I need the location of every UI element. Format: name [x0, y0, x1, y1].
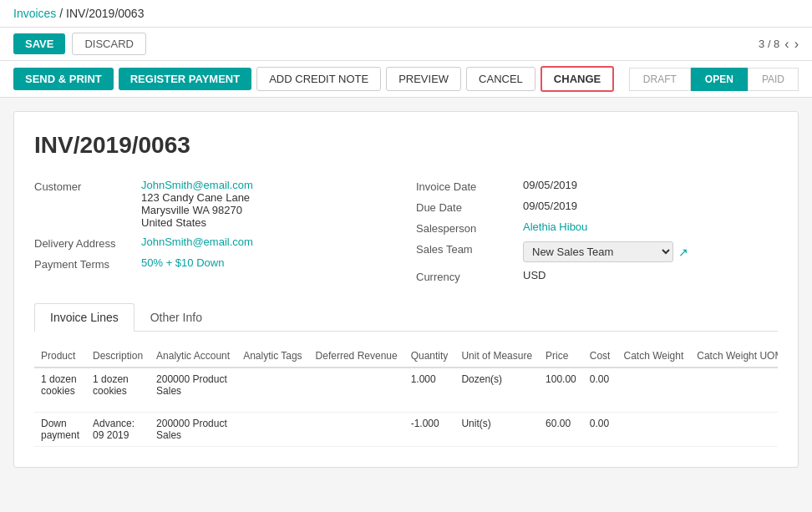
customer-address1: 123 Candy Cane Lane	[141, 191, 253, 204]
sales-team-select[interactable]: New Sales Team	[523, 241, 673, 262]
salesperson-field: Salesperson Alethia Hibou	[416, 221, 778, 235]
sales-team-row: New Sales Team ↗	[523, 241, 688, 262]
currency-label: Currency	[416, 269, 516, 283]
table-row: Down paymentAdvance: 09 2019200000 Produ…	[34, 413, 778, 447]
breadcrumb: Invoices / INV/2019/0063	[13, 7, 144, 20]
salesperson-link[interactable]: Alethia Hibou	[523, 221, 587, 233]
invoice-date-value: 09/05/2019	[523, 179, 577, 191]
table-row: 1 dozen cookies1 dozen cookies200000 Pro…	[34, 368, 778, 413]
status-draft: DRAFT	[629, 68, 691, 91]
change-button[interactable]: CHANGE	[540, 66, 614, 92]
send-print-button[interactable]: SEND & PRINT	[13, 68, 114, 90]
table-cell: 1.000	[404, 368, 455, 413]
table-cell: 60.00	[539, 413, 583, 447]
table-cell	[690, 413, 778, 447]
currency-field: Currency USD	[416, 269, 778, 283]
status-bar: DRAFT OPEN PAID	[629, 68, 799, 91]
table-cell	[236, 368, 308, 413]
next-button[interactable]: ›	[794, 37, 799, 52]
table-cell: 1 dozen cookies	[86, 368, 150, 413]
pagination: 3 / 8 ‹ ›	[759, 37, 799, 52]
th-catch-weight: Catch Weight	[617, 345, 690, 368]
table-cell: -1.000	[404, 413, 455, 447]
invoice-lines-table-container: Product Description Analytic Account Ana…	[34, 345, 778, 447]
register-payment-button[interactable]: REGISTER PAYMENT	[119, 68, 251, 90]
th-deferred-revenue: Deferred Revenue	[309, 345, 404, 368]
payment-terms-link[interactable]: 50% + $10 Down	[141, 256, 224, 269]
th-analytic-account: Analytic Account	[150, 345, 236, 368]
th-unit-of-measure: Unit of Measure	[454, 345, 539, 368]
table-cell: Dozen(s)	[454, 368, 539, 413]
th-analytic-tags: Analytic Tags	[236, 345, 308, 368]
table-cell: 0.00	[583, 413, 617, 447]
table-header-row: Product Description Analytic Account Ana…	[34, 345, 778, 368]
preview-button[interactable]: PREVIEW	[386, 67, 461, 91]
invoice-lines-table: Product Description Analytic Account Ana…	[34, 345, 778, 447]
tab-invoice-lines[interactable]: Invoice Lines	[34, 303, 134, 332]
tabs: Invoice Lines Other Info	[34, 303, 778, 332]
table-cell	[309, 368, 404, 413]
th-quantity: Quantity	[404, 345, 455, 368]
table-cell: 0.00	[583, 368, 617, 413]
pagination-text: 3 / 8	[759, 38, 779, 50]
table-cell	[236, 413, 308, 447]
discard-button[interactable]: DISCARD	[72, 33, 146, 55]
invoice-date-field: Invoice Date 09/05/2019	[416, 179, 778, 193]
due-date-value: 09/05/2019	[523, 200, 577, 212]
table-cell	[617, 368, 690, 413]
salesperson-label: Salesperson	[416, 221, 516, 235]
status-open: OPEN	[691, 68, 748, 91]
delivery-address-value: JohnSmith@email.com	[141, 236, 253, 248]
table-cell: 1 dozen cookies	[34, 368, 86, 413]
invoice-date-label: Invoice Date	[416, 179, 516, 193]
customer-email[interactable]: JohnSmith@email.com	[141, 179, 253, 191]
sales-team-field: Sales Team New Sales Team ↗	[416, 241, 778, 262]
table-cell: 200000 Product Sales	[150, 413, 236, 447]
breadcrumb-current: INV/2019/0063	[66, 7, 144, 20]
form-right: Invoice Date 09/05/2019 Due Date 09/05/2…	[416, 179, 778, 283]
table-cell: Advance: 09 2019	[86, 413, 150, 447]
customer-address3: United States	[141, 216, 253, 229]
save-bar: SAVE DISCARD 3 / 8 ‹ ›	[0, 28, 812, 61]
breadcrumb-bar: Invoices / INV/2019/0063	[0, 0, 812, 28]
cancel-button[interactable]: CANCEL	[466, 67, 535, 91]
table-cell: 100.00	[539, 368, 583, 413]
payment-terms-field: Payment Terms 50% + $10 Down	[34, 256, 396, 271]
customer-field: Customer JohnSmith@email.com 123 Candy C…	[34, 179, 396, 229]
table-cell	[617, 413, 690, 447]
customer-value: JohnSmith@email.com 123 Candy Cane Lane …	[141, 179, 253, 229]
delivery-address-label: Delivery Address	[34, 236, 134, 250]
th-cost: Cost	[583, 345, 617, 368]
currency-value: USD	[523, 269, 546, 281]
delivery-address-email[interactable]: JohnSmith@email.com	[141, 236, 253, 248]
th-product: Product	[34, 345, 86, 368]
th-price: Price	[539, 345, 583, 368]
table-cell: 200000 Product Sales	[150, 368, 236, 413]
form-grid: Customer JohnSmith@email.com 123 Candy C…	[34, 179, 778, 283]
breadcrumb-parent[interactable]: Invoices	[13, 7, 56, 20]
payment-terms-label: Payment Terms	[34, 256, 134, 271]
delivery-address-field: Delivery Address JohnSmith@email.com	[34, 236, 396, 250]
breadcrumb-separator: /	[59, 7, 66, 20]
tab-other-info[interactable]: Other Info	[134, 303, 218, 331]
invoice-title: INV/2019/0063	[34, 132, 778, 159]
add-credit-note-button[interactable]: ADD CREDIT NOTE	[256, 67, 381, 91]
customer-address2: Marysville WA 98270	[141, 204, 253, 216]
due-date-label: Due Date	[416, 200, 516, 214]
status-paid: PAID	[748, 68, 799, 91]
table-cell: Down payment	[34, 413, 86, 447]
prev-button[interactable]: ‹	[784, 37, 789, 52]
th-description: Description	[86, 345, 150, 368]
sales-team-external-link-icon[interactable]: ↗	[678, 246, 688, 259]
action-bar: SEND & PRINT REGISTER PAYMENT ADD CREDIT…	[0, 61, 812, 98]
table-cell	[690, 368, 778, 413]
payment-terms-value: 50% + $10 Down	[141, 256, 224, 269]
table-cell: Unit(s)	[454, 413, 539, 447]
due-date-field: Due Date 09/05/2019	[416, 200, 778, 214]
save-button[interactable]: SAVE	[13, 33, 65, 54]
form-left: Customer JohnSmith@email.com 123 Candy C…	[34, 179, 396, 283]
th-catch-weight-uom: Catch Weight UOM	[690, 345, 778, 368]
sales-team-label: Sales Team	[416, 241, 516, 256]
main-content: INV/2019/0063 Customer JohnSmith@email.c…	[13, 111, 799, 468]
customer-label: Customer	[34, 179, 134, 193]
